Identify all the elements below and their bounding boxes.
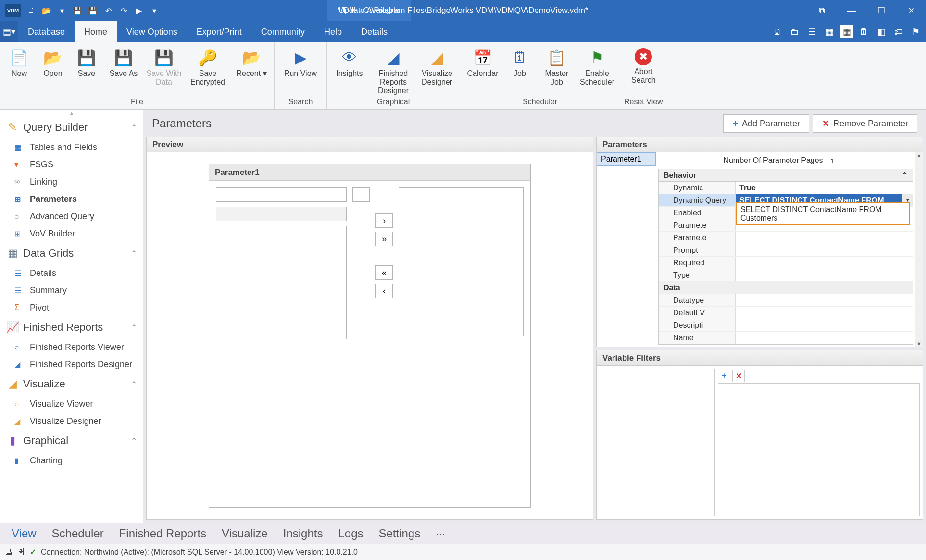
sidebar-item-fsgs[interactable]: ▾FSGS	[0, 156, 143, 173]
qat-more-icon[interactable]: ▾	[149, 5, 160, 16]
sidebar-item-visualize-designer[interactable]: ◢Visualize Designer	[0, 412, 143, 430]
save-all-icon[interactable]: 💾	[88, 5, 98, 16]
recent-button[interactable]: 📂Recent ▾	[233, 44, 270, 78]
file-menu-button[interactable]: ▤▾	[0, 21, 18, 42]
move-all-left-button[interactable]: «	[375, 265, 393, 280]
open-icon[interactable]: 📂	[41, 5, 52, 16]
abort-search-button[interactable]: ✖Abort Search	[625, 44, 662, 85]
sidebar-item-details[interactable]: ☰Details	[0, 264, 143, 282]
scroll-up-icon[interactable]: ▲	[916, 152, 922, 158]
property-row-required[interactable]: Required	[659, 257, 913, 269]
arrow-right-button[interactable]: →	[352, 187, 370, 202]
property-row-type[interactable]: Type	[659, 269, 913, 282]
menu-details[interactable]: Details	[351, 21, 397, 42]
calendar-button[interactable]: 📅Calendar	[464, 44, 501, 78]
add-parameter-button[interactable]: + Add Parameter	[723, 114, 809, 133]
bottom-tab-insights[interactable]: Insights	[283, 527, 323, 540]
ri-calendar-icon[interactable]: 🗓	[858, 25, 870, 38]
job-button[interactable]: 🗓Job	[504, 44, 535, 78]
autocomplete-item[interactable]: SELECT DISTINCT ContactName FROM Custome…	[737, 203, 909, 224]
save-with-data-button[interactable]: 💾Save With Data	[145, 44, 183, 87]
autocomplete-popup[interactable]: SELECT DISTINCT ContactName FROM Custome…	[736, 202, 910, 225]
redo-icon[interactable]: ↷	[118, 5, 129, 16]
bottom-tab-settings[interactable]: Settings	[378, 527, 420, 540]
ri-list-icon[interactable]: ☰	[806, 25, 818, 38]
save-as-button[interactable]: 💾Save As	[105, 44, 142, 78]
bottom-tab-scheduler[interactable]: Scheduler	[52, 527, 104, 540]
sidebar-item-pivot[interactable]: ΣPivot	[0, 299, 143, 316]
new-file-icon[interactable]: 🗋	[26, 5, 37, 16]
sidebar-section-graphical[interactable]: ▮Graphical⌃	[0, 430, 143, 452]
ri-grid2-icon[interactable]: ▦	[840, 25, 853, 38]
property-row-paramete[interactable]: Paramete	[659, 232, 913, 244]
sidebar-item-linking[interactable]: ∞Linking	[0, 173, 143, 190]
parameter-selected-list[interactable]	[399, 187, 524, 336]
sidebar-item-charting[interactable]: ▮Charting	[0, 452, 143, 469]
menu-exportprint[interactable]: Export/Print	[187, 21, 251, 42]
move-all-right-button[interactable]: »	[375, 232, 393, 246]
variable-filters-list[interactable]	[600, 369, 715, 516]
parameter-available-list[interactable]	[216, 226, 347, 339]
property-row-datatype[interactable]: Datatype	[659, 294, 913, 307]
insights-button[interactable]: 👁Insights	[331, 44, 368, 78]
bottom-tab-[interactable]: ···	[436, 527, 445, 540]
ri-tag-icon[interactable]: 🏷	[892, 25, 905, 38]
save-encrypted-button[interactable]: 🔑Save Encrypted	[186, 44, 230, 87]
ri-grid-icon[interactable]: ▦	[823, 25, 836, 38]
sidebar-item-vov-builder[interactable]: ⊞VoV Builder	[0, 225, 143, 242]
vf-remove-button[interactable]: ✕	[732, 370, 745, 382]
variable-filters-area[interactable]	[718, 383, 920, 516]
menu-home[interactable]: Home	[75, 21, 117, 42]
parameter-list-item[interactable]: Parameter1	[597, 152, 656, 166]
parameter-search-input[interactable]	[216, 187, 347, 202]
sidebar-item-finished-reports-designer[interactable]: ◢Finished Reports Designer	[0, 356, 143, 373]
undo-icon[interactable]: ↶	[103, 5, 113, 16]
bottom-tab-logs[interactable]: Logs	[338, 527, 363, 540]
new-button[interactable]: 📄New	[4, 44, 35, 78]
pages-input[interactable]	[827, 155, 848, 166]
ri-flag-icon[interactable]: ⚑	[910, 25, 922, 38]
move-right-button[interactable]: ›	[375, 213, 393, 228]
property-row-prompt-i[interactable]: Prompt I	[659, 244, 913, 257]
property-row-default-v[interactable]: Default V	[659, 307, 913, 319]
sidebar-section-finished-reports[interactable]: 📈Finished Reports⌃	[0, 316, 143, 338]
sidebar-drag-handle[interactable]: ▴	[0, 110, 143, 116]
scroll-down-icon[interactable]: ▼	[916, 341, 922, 347]
run-icon[interactable]: ▶	[134, 5, 144, 16]
sidebar-item-visualize-viewer[interactable]: ⌕Visualize Viewer	[0, 395, 143, 412]
property-row-name[interactable]: Name	[659, 332, 913, 344]
behavior-group-header[interactable]: Behavior⌃	[659, 169, 913, 182]
property-row-descripti[interactable]: Descripti	[659, 319, 913, 332]
ri-folder-icon[interactable]: 🗀	[788, 25, 801, 38]
sidebar-item-summary[interactable]: ☰Summary	[0, 282, 143, 299]
remove-parameter-button[interactable]: ✕ Remove Parameter	[813, 114, 917, 133]
run-view-button[interactable]: ▶Run View	[278, 44, 323, 78]
sidebar-item-tables-and-fields[interactable]: ▦Tables and Fields	[0, 138, 143, 156]
restore-aux-button[interactable]: ⧉	[807, 0, 837, 21]
parameter-filter-input[interactable]	[216, 207, 347, 221]
ri-doc-icon[interactable]: 🗎	[771, 25, 784, 38]
menu-help[interactable]: Help	[314, 21, 351, 42]
sidebar-item-advanced-query[interactable]: ⌕Advanced Query	[0, 208, 143, 225]
bottom-tab-visualize[interactable]: Visualize	[222, 527, 268, 540]
open-dropdown-icon[interactable]: ▾	[57, 5, 67, 16]
visualize-designer-button[interactable]: ◢Visualize Designer	[418, 44, 456, 87]
save-button[interactable]: 💾Save	[71, 44, 102, 78]
vf-add-button[interactable]: +	[718, 370, 730, 382]
sidebar-section-visualize[interactable]: ◢Visualize⌃	[0, 373, 143, 395]
open-button[interactable]: 📂Open	[38, 44, 68, 78]
property-row-dynamic[interactable]: DynamicTrue	[659, 182, 913, 194]
bottom-tab-finishedreports[interactable]: Finished Reports	[119, 527, 206, 540]
sidebar-item-finished-reports-viewer[interactable]: ⌕Finished Reports Viewer	[0, 338, 143, 356]
data-group-header[interactable]: Data	[659, 282, 913, 294]
enable-scheduler-button[interactable]: ⚑Enable Scheduler	[578, 44, 616, 87]
master-job-button[interactable]: 📋Master Job	[538, 44, 576, 87]
bottom-tab-view[interactable]: View	[12, 527, 37, 540]
ri-eraser-icon[interactable]: ◧	[875, 25, 888, 38]
finished-reports-designer-button[interactable]: ◢Finished Reports Designer	[371, 44, 415, 95]
save-icon[interactable]: 💾	[72, 5, 83, 16]
menu-viewoptions[interactable]: View Options	[117, 21, 187, 42]
menu-database[interactable]: Database	[18, 21, 75, 42]
move-left-button[interactable]: ‹	[375, 284, 393, 298]
close-button[interactable]: ✕	[896, 0, 926, 21]
